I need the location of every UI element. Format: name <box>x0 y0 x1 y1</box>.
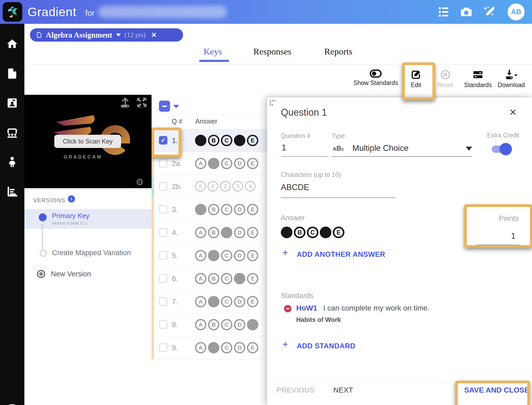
create-mapped-variation-link[interactable]: Create Mapped Variation <box>52 249 131 257</box>
row-checkbox[interactable] <box>159 251 167 260</box>
row-checkbox[interactable] <box>159 320 167 329</box>
row-checkbox[interactable] <box>159 159 167 168</box>
answer-bubble[interactable]: E <box>247 250 258 261</box>
type-value[interactable]: Multiple Choice <box>352 143 409 153</box>
drag-handle-icon[interactable] <box>270 100 276 106</box>
tab-keys[interactable]: Keys <box>203 47 222 57</box>
answer-bubble[interactable] <box>195 204 206 215</box>
extra-credit-toggle-knob[interactable] <box>500 143 512 155</box>
answer-bubble[interactable]: A <box>195 296 206 307</box>
primary-key-label[interactable]: Primary Key <box>52 212 90 220</box>
row-checkbox[interactable] <box>159 297 167 306</box>
gear-icon[interactable]: ⚙ <box>136 177 144 187</box>
answer-bubble[interactable]: B <box>294 227 305 238</box>
row-checkbox[interactable] <box>159 343 167 352</box>
answer-bubble[interactable]: D <box>234 342 245 353</box>
row-checkbox[interactable] <box>159 228 167 237</box>
answer-bubble[interactable]: E <box>247 135 258 146</box>
add-standard-link[interactable]: ADD STANDARD <box>297 342 356 350</box>
document-icon[interactable] <box>6 68 18 80</box>
home-icon[interactable] <box>6 38 18 50</box>
standard-code[interactable]: HoW1 <box>296 304 317 312</box>
plus-icon[interactable]: + <box>282 339 288 350</box>
id-card-icon[interactable] <box>6 97 18 109</box>
chart-icon[interactable] <box>6 186 18 198</box>
answer-bubble[interactable]: A <box>195 342 206 353</box>
answer-bubble[interactable]: 2 <box>220 181 231 192</box>
answer-bubble[interactable] <box>208 296 219 307</box>
chevron-down-icon[interactable] <box>116 34 121 37</box>
gradient-logo[interactable] <box>3 2 22 22</box>
answer-bubble[interactable]: E <box>333 227 344 238</box>
info-icon[interactable]: i <box>68 195 75 202</box>
dropdown-caret-icon[interactable] <box>466 147 472 151</box>
next-button[interactable]: NEXT <box>333 386 353 394</box>
add-another-answer-link[interactable]: ADD ANOTHER ANSWER <box>297 250 385 259</box>
new-version-link[interactable]: New Version <box>51 270 91 278</box>
magic-wand-icon[interactable] <box>483 6 494 18</box>
row-checkbox[interactable] <box>159 274 167 283</box>
assignment-chip[interactable]: Algebra Assignment (12 pts) ✕ <box>30 28 183 42</box>
answer-bubble[interactable]: B <box>208 204 219 215</box>
answer-bubble[interactable]: B <box>208 319 219 330</box>
student-icon[interactable] <box>6 156 18 168</box>
answer-bubble[interactable]: C <box>221 273 232 284</box>
row-checkbox[interactable] <box>159 182 167 191</box>
answer-bubble[interactable] <box>320 227 331 238</box>
plus-circle-icon[interactable] <box>37 269 46 278</box>
question-number-value[interactable]: 1 <box>282 143 286 152</box>
answer-bubble[interactable]: E <box>247 227 258 238</box>
answer-bubble[interactable]: A <box>195 273 206 284</box>
answer-bubble[interactable]: E <box>247 342 258 353</box>
answer-bubble[interactable]: A <box>195 158 206 169</box>
answer-bubble[interactable]: E <box>247 204 258 215</box>
answer-bubble[interactable] <box>247 319 258 330</box>
row-checkbox[interactable]: ✓ <box>159 136 167 145</box>
tab-responses[interactable]: Responses <box>253 47 291 57</box>
answer-bubble[interactable] <box>281 227 292 238</box>
answer-bubble[interactable]: C <box>221 158 232 169</box>
expand-icon[interactable] <box>136 96 148 109</box>
points-value[interactable]: 1 <box>477 231 516 241</box>
answer-bubble[interactable]: D <box>234 250 245 261</box>
answer-bubble[interactable]: D <box>234 204 245 215</box>
click-to-scan-key-button[interactable]: Click to Scan Key <box>54 135 121 148</box>
chevron-down-icon[interactable] <box>173 105 179 108</box>
answer-bubble[interactable]: 4 <box>245 181 256 192</box>
answer-bubble[interactable] <box>208 158 219 169</box>
classroom-icon[interactable] <box>6 127 18 139</box>
answer-bubble[interactable]: C <box>221 204 232 215</box>
answer-bubble[interactable]: A <box>195 227 206 238</box>
list-icon[interactable] <box>438 6 449 18</box>
answer-bubble[interactable]: B <box>208 227 219 238</box>
avatar[interactable]: AB <box>508 3 525 20</box>
plus-icon[interactable]: + <box>282 247 288 258</box>
answer-bubble[interactable]: C <box>221 296 232 307</box>
answer-bubble[interactable]: C <box>221 319 232 330</box>
answer-bubble[interactable]: E <box>247 296 258 307</box>
answer-bubble[interactable]: D <box>234 158 245 169</box>
remove-standard-icon[interactable] <box>284 305 291 312</box>
save-and-close-button[interactable]: SAVE AND CLOSE <box>464 386 529 394</box>
answer-bubble[interactable]: C <box>307 227 318 238</box>
select-all-checkbox[interactable] <box>159 101 170 112</box>
answer-bubble[interactable]: D <box>234 296 245 307</box>
answer-bubble[interactable]: 3 <box>232 181 243 192</box>
answer-bubble[interactable]: C <box>221 250 232 261</box>
answer-bubble[interactable]: A <box>195 250 206 261</box>
answer-bubble[interactable]: C <box>221 342 232 353</box>
answer-bubble[interactable] <box>221 227 232 238</box>
close-icon[interactable]: ✕ <box>151 31 157 39</box>
answer-bubble[interactable] <box>234 135 245 146</box>
answer-bubble[interactable]: 1 <box>207 181 218 192</box>
download-button[interactable]: Download <box>485 69 532 89</box>
answer-bubble[interactable]: C <box>221 135 232 146</box>
characters-value[interactable]: ABCDE <box>281 183 309 192</box>
answer-bubble[interactable]: D <box>234 319 245 330</box>
upload-icon[interactable] <box>119 97 131 109</box>
answer-bubble[interactable]: D <box>234 227 245 238</box>
answer-bubble[interactable] <box>234 273 245 284</box>
previous-button[interactable]: PREVIOUS <box>276 386 315 394</box>
row-checkbox[interactable] <box>159 205 167 214</box>
answer-bubble[interactable] <box>208 342 219 353</box>
